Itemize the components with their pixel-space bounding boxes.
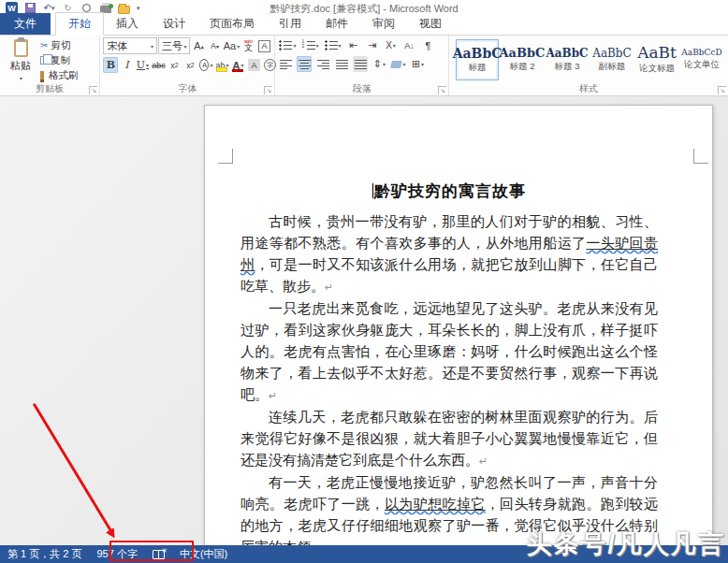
grow-font-icon[interactable]: A▴ (191, 38, 206, 54)
shrink-font-icon[interactable]: A▾ (207, 38, 222, 54)
align-right-icon[interactable] (315, 56, 330, 72)
align-left-icon[interactable] (278, 56, 293, 72)
style-标题 3[interactable]: AaBbC标题 3 (546, 39, 589, 80)
sort-icon[interactable]: A↓ (402, 37, 417, 53)
ribbon: 粘贴 ▾ ✂ 剪切 复制 格式刷 剪贴板 ↘ 宋体▾ (0, 36, 728, 96)
underlined-run: 以为驴想吃掉它 (385, 496, 486, 512)
copy-button[interactable]: 复制 (40, 53, 79, 67)
underline-button[interactable]: U▾ (135, 57, 150, 73)
text-run: 一只老虎出来觅食吃，远远地望见了这头驴。老虎从来没有见过驴，看到这家伙身躯庞大，… (240, 300, 658, 403)
clipboard-group: 粘贴 ▾ ✂ 剪切 复制 格式刷 剪贴板 ↘ (0, 36, 100, 95)
text-cursor (372, 183, 373, 198)
format-painter-button[interactable]: 格式刷 (40, 68, 79, 82)
document-page[interactable]: 黔驴技穷的寓言故事 古时候，贵州一带没有驴，那里的人们对于驴的相貌、习性、用途等… (204, 105, 713, 545)
clipboard-dialog-launcher-icon[interactable]: ↘ (89, 86, 97, 94)
show-hide-marks-icon[interactable]: ¶ (421, 37, 436, 53)
increase-indent-icon[interactable]: ⇥ (365, 37, 380, 53)
copy-icon (40, 56, 48, 65)
style-preview: AaBt (637, 45, 677, 61)
paragraph-group-label: 段落 (275, 83, 448, 95)
style-preview: AaBbC (500, 47, 546, 59)
align-center-icon[interactable] (297, 56, 312, 72)
asian-layout-icon[interactable]: X▾ (384, 37, 399, 53)
font-group-label: 字体 (100, 83, 274, 95)
paste-dropdown-icon[interactable]: ▾ (20, 75, 22, 81)
tabs-container: 开始插入设计页面布局引用邮件审阅视图 (55, 12, 454, 35)
text-run: ，可是一时又不知该派什么用场，就把它放到山脚下，任它自己吃草、散步。 (240, 256, 658, 295)
clipboard-group-label: 剪贴板 (0, 83, 99, 95)
paste-label: 粘贴 (10, 59, 31, 73)
text-effects-icon[interactable]: A▾ (198, 57, 213, 73)
styles-group-label: 样式 (449, 83, 728, 95)
paste-button[interactable]: 粘贴 ▾ (3, 37, 38, 82)
borders-icon[interactable]: ⊞▾ (411, 56, 426, 72)
line-spacing-icon[interactable]: ⇕▾ (371, 56, 386, 72)
style-label: 论文单位 (684, 59, 720, 71)
shading-icon[interactable]: ▾ (390, 56, 406, 72)
paragraph-group: ▾ ▾ ▾ ⇤ ⇥ X▾ A↓ ¶ ⇕▾ ▾ ⊞▾ 段落 ↘ (275, 36, 449, 95)
document-title: 黔驴技穷的寓言故事 (240, 180, 658, 202)
font-group: 宋体▾ 三号▾ A▴ A▾ Aa▾ wén文 A B I U▾ abc x2 x… (100, 36, 275, 95)
tab-开始[interactable]: 开始 (55, 12, 104, 36)
style-标题[interactable]: AaBbC标题 (456, 39, 499, 80)
annotation-red-box (109, 541, 194, 561)
style-label: 标题 2 (510, 61, 535, 73)
multilevel-list-icon[interactable]: ▾ (324, 37, 342, 53)
style-标题 2[interactable]: AaBbC标题 2 (501, 39, 544, 80)
style-label: 标题 3 (555, 61, 580, 73)
font-name-combobox[interactable]: 宋体▾ (103, 37, 156, 54)
style-label: 标题 (469, 62, 487, 74)
document-body: 古时候，贵州一带没有驴，那里的人们对于驴的相貌、习性、用途等都不熟悉。有个喜欢多… (240, 211, 658, 545)
tab-视图[interactable]: 视图 (407, 13, 454, 35)
style-副标题[interactable]: AaBbC副标题 (590, 39, 633, 80)
bullets-icon[interactable]: ▾ (278, 37, 297, 53)
subscript-button[interactable]: x2 (167, 57, 182, 73)
distribute-text-icon[interactable] (353, 56, 368, 72)
italic-button[interactable]: I (119, 57, 134, 73)
strikethrough-button[interactable]: abc (151, 57, 166, 73)
document-workspace: 黔驴技穷的寓言故事 古时候，贵州一带没有驴，那里的人们对于驴的相貌、习性、用途等… (0, 96, 728, 545)
tab-引用[interactable]: 引用 (267, 13, 313, 35)
paragraph-mark: ↵ (479, 455, 488, 468)
format-painter-icon (40, 71, 44, 79)
character-shading-icon[interactable]: A (246, 57, 261, 73)
change-case-icon[interactable]: Aa▾ (223, 38, 240, 54)
justify-icon[interactable] (334, 56, 349, 72)
margin-crop-mark-right (693, 149, 708, 164)
tab-邮件[interactable]: 邮件 (313, 13, 360, 35)
tab-审阅[interactable]: 审阅 (360, 13, 407, 35)
character-border-icon[interactable]: A (256, 38, 271, 54)
phonetic-guide-icon[interactable]: wén文 (240, 38, 255, 54)
style-gallery: AaBbC标题AaBbC标题 2AaBbC标题 3AaBbC副标题AaBt论文标… (452, 37, 725, 80)
font-dialog-launcher-icon[interactable]: ↘ (264, 86, 272, 94)
cut-button[interactable]: ✂ 剪切 (40, 38, 79, 52)
superscript-button[interactable]: x2 (182, 57, 197, 73)
paragraph: 一只老虎出来觅食吃，远远地望见了这头驴。老虎从来没有见过驴，看到这家伙身躯庞大，… (240, 298, 658, 407)
style-论文标题[interactable]: AaBt论文标题 (635, 39, 678, 80)
styles-dialog-launcher-icon[interactable]: ↘ (718, 86, 726, 94)
paste-clipboard-icon (14, 39, 28, 57)
paragraph-dialog-launcher-icon[interactable]: ↘ (438, 86, 446, 94)
style-label: 论文标题 (639, 63, 675, 75)
styles-group: AaBbC标题AaBbC标题 2AaBbC标题 3AaBbC副标题AaBt论文标… (449, 36, 728, 95)
highlight-color-icon[interactable]: ab▾ (214, 57, 229, 73)
paragraph-mark: ↵ (269, 390, 277, 402)
customize-qat-icon[interactable]: ▾ (137, 5, 140, 12)
style-preview: AaBbC (592, 48, 632, 59)
tab-页面布局[interactable]: 页面布局 (197, 13, 267, 35)
document-text-column: 黔驴技穷的寓言故事 古时候，贵州一带没有驴，那里的人们对于驴的相貌、习性、用途等… (205, 106, 712, 545)
tab-插入[interactable]: 插入 (104, 13, 151, 35)
text-run: 连续几天，老虎都只敢躲在密密的树林里面观察驴的行为。后来觉得它好像不是很凶狠，就… (240, 409, 658, 469)
numbering-icon[interactable]: ▾ (301, 37, 320, 53)
style-preview: AaBbC (546, 48, 588, 59)
style-preview: AaBbCcD (681, 49, 721, 57)
decrease-indent-icon[interactable]: ⇤ (346, 37, 361, 53)
page-number-indicator[interactable]: 第 1 页，共 2 页 (7, 547, 81, 561)
font-color-icon[interactable]: A▾ (230, 57, 245, 73)
tab-设计[interactable]: 设计 (151, 13, 197, 35)
style-论文单位[interactable]: AaBbCcD论文单位 (680, 39, 723, 80)
paragraph: 古时候，贵州一带没有驴，那里的人们对于驴的相貌、习性、用途等都不熟悉。有个喜欢多… (240, 211, 658, 298)
font-size-combobox[interactable]: 三号▾ (158, 37, 191, 54)
bold-button[interactable]: B (103, 57, 118, 73)
tab-file[interactable]: 文件 (0, 13, 51, 35)
